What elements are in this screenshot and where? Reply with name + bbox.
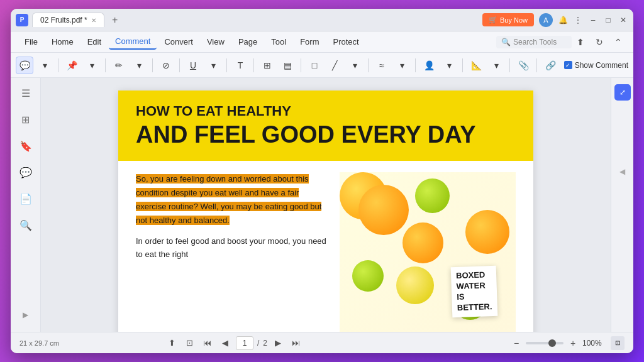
fruit-orange-med (402, 222, 443, 263)
underline-btn[interactable]: U (184, 57, 202, 74)
left-sidebar: ☰ ⊞ 🔖 💬 📄 🔍 ▶ (11, 78, 41, 332)
zoom-in-btn[interactable]: + (567, 337, 579, 349)
show-comment-toggle[interactable]: ✓ Show Comment (564, 61, 628, 70)
toolbar-sep-4 (179, 58, 180, 72)
line-btn[interactable]: ╱ (326, 57, 343, 74)
bookmark-sidebar-btn[interactable]: 🔖 (17, 137, 35, 155)
nav-first-btn[interactable]: ⏮ (201, 336, 214, 350)
more-menu-btn[interactable]: ⋮ (573, 15, 583, 25)
textbox-btn[interactable]: ⊞ (258, 57, 276, 74)
notification-icon[interactable]: 🔔 (558, 15, 568, 25)
menu-page[interactable]: Page (232, 35, 264, 49)
layers-btn[interactable]: 📄 (17, 190, 35, 207)
menu-convert[interactable]: Convert (158, 35, 199, 49)
zoom-slider[interactable] (526, 342, 564, 344)
main-area: ☰ ⊞ 🔖 💬 📄 🔍 ▶ HOW TO EAT HEALTHY AND FEE… (11, 78, 633, 332)
title-bar: P 02 Fruits.pdf * ✕ + 🛒 Buy Now A 🔔 ⋮ – … (11, 9, 633, 31)
dropdown-7[interactable]: ▾ (440, 57, 458, 74)
toolbar-sep-12 (536, 58, 537, 72)
close-btn[interactable]: ✕ (618, 15, 628, 25)
page-nav-controls: ⬆ ⊡ ⏮ ◀ / 2 ▶ ⏭ (165, 336, 303, 350)
menu-form[interactable]: Form (294, 35, 325, 49)
tab-title: 02 Fruits.pdf * (40, 16, 87, 25)
zoom-out-btn[interactable]: − (510, 337, 523, 349)
toolbar-sep-5 (226, 58, 227, 72)
share-icon[interactable]: ⬆ (573, 35, 588, 50)
toolbar-sep-7 (301, 58, 301, 72)
pen-tool-btn[interactable]: ✏ (110, 57, 128, 74)
menu-comment[interactable]: Comment (109, 34, 157, 50)
zoom-controls: − + 100% ⊡ (510, 336, 625, 350)
dropdown-3[interactable]: ▾ (130, 57, 148, 74)
menu-view[interactable]: View (201, 35, 231, 49)
current-page-input[interactable] (236, 336, 253, 350)
stamp-btn[interactable]: ≈ (373, 57, 391, 74)
zoom-fit-btn[interactable]: ⊡ (611, 336, 625, 350)
toolbar-sep-2 (105, 58, 106, 72)
dropdown-2[interactable]: ▾ (83, 57, 101, 74)
menu-edit[interactable]: Edit (81, 35, 108, 49)
dropdown-4[interactable]: ▾ (204, 57, 222, 74)
toolbar-sep-6 (253, 58, 254, 72)
menu-protect[interactable]: Protect (326, 35, 365, 49)
menu-tool[interactable]: Tool (265, 35, 292, 49)
link-btn[interactable]: 🔗 (541, 57, 559, 74)
refresh-icon[interactable]: ↻ (592, 35, 607, 50)
thumbnail-btn[interactable]: ⊞ (17, 111, 35, 128)
show-comment-label: Show Comment (575, 61, 628, 70)
dropdown-8[interactable]: ▾ (487, 57, 505, 74)
buy-now-button[interactable]: 🛒 Buy Now (482, 13, 534, 26)
user-avatar[interactable]: A (539, 13, 553, 27)
search-icon: 🔍 (501, 38, 511, 47)
title-bar-left: P 02 Fruits.pdf * ✕ + (16, 13, 122, 27)
fruit-lemon-1 (396, 266, 434, 304)
doc-area[interactable]: HOW TO EAT HEALTHY AND FEEL GOOD EVERY D… (41, 78, 611, 332)
pdf-content: So, you are feeling down and worried abo… (118, 161, 533, 332)
shape-btn[interactable]: □ (306, 57, 323, 74)
menu-action-icons: ⬆ ↻ ⌃ (573, 35, 626, 50)
new-tab-btn[interactable]: + (108, 13, 122, 27)
pdf-export-btn[interactable]: ⬆ (165, 336, 179, 350)
measure-btn[interactable]: 📐 (467, 57, 485, 74)
toolbar-sep-8 (368, 58, 369, 72)
maximize-btn[interactable]: □ (603, 15, 613, 25)
menu-home[interactable]: Home (45, 35, 80, 49)
user-btn[interactable]: 👤 (420, 57, 438, 74)
toolbar-sep-9 (415, 58, 416, 72)
sticky-note-btn[interactable]: 📌 (63, 57, 80, 74)
search-sidebar-btn[interactable]: 🔍 (17, 216, 35, 234)
sidebar-toggle-btn[interactable]: ☰ (17, 84, 35, 102)
tab-close-btn[interactable]: ✕ (91, 17, 96, 24)
text-tool-btn[interactable]: T (231, 57, 249, 74)
right-tool-btn[interactable]: ⤢ (614, 84, 631, 101)
nav-prev-btn[interactable]: ◀ (218, 336, 232, 350)
fruit-orange-big (358, 185, 409, 235)
nav-last-btn[interactable]: ⏭ (289, 336, 303, 350)
dropdown-arrow[interactable]: ▾ (36, 57, 53, 74)
collapse-icon[interactable]: ⌃ (611, 35, 626, 50)
dropdown-6[interactable]: ▾ (393, 57, 411, 74)
menu-file[interactable]: File (18, 35, 44, 49)
document-tab[interactable]: 02 Fruits.pdf * ✕ (32, 13, 104, 27)
pdf-page: HOW TO EAT HEALTHY AND FEEL GOOD EVERY D… (118, 90, 533, 332)
dropdown-5[interactable]: ▾ (346, 57, 364, 74)
total-pages: 2 (263, 339, 267, 348)
pdf-yellow-header: HOW TO EAT HEALTHY AND FEEL GOOD EVERY D… (118, 90, 533, 161)
minimize-btn[interactable]: – (588, 15, 598, 25)
callout-btn[interactable]: ▤ (279, 57, 296, 74)
nav-next-btn[interactable]: ▶ (271, 336, 285, 350)
app-icon: P (16, 14, 28, 26)
pdf-title: AND FEEL GOOD EVERY DAY (136, 122, 516, 148)
scan-btn[interactable]: ⊡ (183, 336, 197, 350)
title-bar-right: 🛒 Buy Now A 🔔 ⋮ – □ ✕ (482, 13, 628, 27)
search-tools[interactable]: 🔍 Search Tools (496, 36, 572, 48)
attach-btn[interactable]: 📎 (514, 57, 532, 74)
eraser-btn[interactable]: ⊘ (157, 57, 175, 74)
sidebar-collapse-arrow[interactable]: ▶ (23, 310, 28, 319)
comment-tool-btn[interactable]: 💬 (16, 57, 33, 74)
right-collapse-arrow[interactable]: ◀ (619, 167, 625, 176)
menu-bar: File Home Edit Comment Convert View Page… (11, 31, 633, 53)
page-separator: / (257, 339, 259, 348)
show-comment-checkbox[interactable]: ✓ (564, 61, 572, 69)
comment-sidebar-btn[interactable]: 💬 (17, 163, 35, 181)
